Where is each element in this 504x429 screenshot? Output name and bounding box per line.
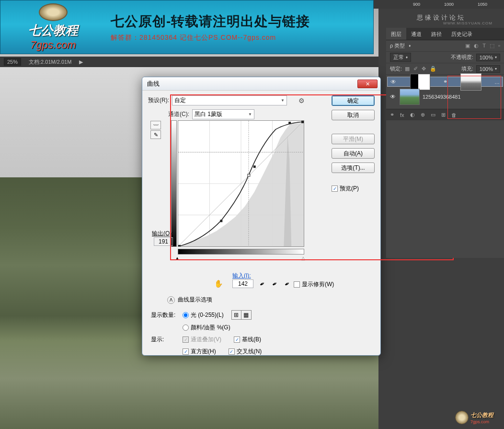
watermark-url: 7gps.com <box>470 419 493 424</box>
tab-history[interactable]: 历史记录 <box>447 28 477 40</box>
filter-pixel-icon[interactable]: ▣ <box>465 43 470 49</box>
opacity-input[interactable]: 100%▾ <box>476 54 500 61</box>
banner-logo: 七公教程 7gps.com <box>5 3 101 51</box>
banner-main-text: 七公原创-转载请注明出处与链接 <box>111 12 368 31</box>
preview-checkbox[interactable]: ✓预览(P) <box>332 185 375 193</box>
lock-position-icon[interactable]: ✥ <box>422 66 426 72</box>
watermark-icon <box>455 411 469 424</box>
logo-title: 七公教程 <box>28 22 78 39</box>
histogram-checkbox[interactable]: ✓ 直方图(H) <box>183 348 216 356</box>
show-label: 显示: <box>151 336 180 344</box>
fill-input[interactable]: 100%▾ <box>476 65 500 73</box>
grid-size-toggle[interactable]: ⊞▦ <box>231 310 252 320</box>
group-icon[interactable]: ▭ <box>431 112 435 118</box>
logo-character-icon <box>39 3 68 21</box>
doc-size-info: 文档:2.01M/2.01M <box>29 58 71 66</box>
lock-all-icon[interactable]: 🔒 <box>430 66 436 72</box>
filter-adjust-icon[interactable]: ◐ <box>474 43 479 49</box>
channel-label: 通道(C): <box>168 110 189 118</box>
layer-name: 1256349368481 <box>423 94 461 100</box>
output-gradient <box>171 120 177 247</box>
display-options-label: 曲线显示选项 <box>178 296 212 304</box>
pencil-tool-icon[interactable]: ✎ <box>150 130 161 139</box>
collapse-options-icon[interactable]: ⴷ <box>167 296 175 304</box>
tab-paths[interactable]: 路径 <box>426 28 447 40</box>
fx-icon[interactable]: fx <box>400 112 404 118</box>
watermark-corner: 七公教程 7gps.com <box>455 409 501 426</box>
hand-tool-icon[interactable]: ✋ <box>214 279 223 288</box>
trash-icon[interactable]: 🗑 <box>451 112 457 118</box>
curve-tool-icon[interactable]: 〰 <box>150 121 161 129</box>
auto-button[interactable]: 自动(A) <box>332 148 375 159</box>
filter-shape-icon[interactable]: ⬚ <box>490 43 494 49</box>
input-value-input[interactable]: 142 <box>232 279 253 288</box>
svg-rect-8 <box>178 245 181 246</box>
watermark-title: 七公教程 <box>470 411 493 419</box>
adjustment-icon[interactable]: ⊕ <box>421 112 425 118</box>
curves-dialog: 曲线 ✕ 预设(R): 自定▼ ⚙ 通道(C): 黑白 1蒙版▼ 确定 取消 平… <box>142 77 381 356</box>
link-layers-icon[interactable]: ⚭ <box>390 112 394 118</box>
options-button[interactable]: 选项(T)... <box>332 162 375 173</box>
lock-label: 锁定: <box>390 65 402 72</box>
dialog-title: 曲线 <box>147 80 160 88</box>
layer-thumb[interactable] <box>400 89 420 105</box>
histogram-svg <box>178 121 304 246</box>
layer-background-image[interactable]: 👁 1256349368481 <box>387 87 503 107</box>
visibility-toggle-icon[interactable]: 👁 <box>390 93 397 100</box>
eyedropper-black-icon[interactable]: ✒ <box>256 278 268 290</box>
channel-overlay-checkbox[interactable]: ✓ 通道叠加(V) <box>183 336 221 344</box>
curve-graph[interactable] <box>178 120 304 247</box>
preset-select[interactable]: 自定▼ <box>172 95 287 105</box>
output-value-input[interactable]: 191 <box>154 237 173 246</box>
pigment-radio[interactable]: 颜料/油墨 %(G) <box>183 324 230 332</box>
lock-pixels-icon[interactable]: ✐ <box>413 66 418 72</box>
input-label: 输入(I): <box>232 272 251 280</box>
document-status-bar: 25% 文档:2.01M/2.01M ▶ <box>0 57 378 67</box>
filter-type-icon[interactable]: T <box>482 43 486 49</box>
banner-sub-text: 解答群：281450364 记住七公PS.COM--7gps.com <box>111 34 368 42</box>
svg-rect-9 <box>220 220 222 222</box>
opacity-label: 不透明度: <box>451 54 473 61</box>
layers-footer: ⚭ fx ◐ ⊕ ▭ ⊞ 🗑 <box>386 109 504 120</box>
svg-rect-13 <box>301 121 304 123</box>
ok-button[interactable]: 确定 <box>332 95 375 106</box>
output-label: 输出(O): <box>152 230 173 238</box>
channel-select[interactable]: 黑白 1蒙版▼ <box>192 109 254 119</box>
layer-bw-adjustment[interactable]: 👁 ⚭ … <box>387 77 503 87</box>
filter-label: ρ 类型 <box>390 42 405 49</box>
fill-label: 填充: <box>461 65 473 72</box>
svg-rect-12 <box>288 122 291 124</box>
amount-label: 显示数量: <box>151 311 180 319</box>
new-layer-icon[interactable]: ⊞ <box>441 112 446 118</box>
forum-url: WWW.MISSYUAN.COM <box>443 21 493 25</box>
lock-transparent-icon[interactable]: ▩ <box>405 66 410 72</box>
layer-menu-icon[interactable]: … <box>494 79 500 85</box>
baseline-checkbox[interactable]: ✓ 基线(B) <box>234 336 261 344</box>
light-radio[interactable]: 光 (0-255)(L) <box>183 311 224 319</box>
cancel-button[interactable]: 取消 <box>332 110 375 120</box>
preset-label: 预设(R): <box>148 96 169 104</box>
eyedropper-white-icon[interactable]: ✒ <box>281 278 293 290</box>
visibility-toggle-icon[interactable]: 👁 <box>390 79 397 85</box>
smooth-button[interactable]: 平滑(M) <box>332 134 375 144</box>
adjustment-thumb[interactable] <box>410 74 430 90</box>
layer-mask-thumb[interactable] <box>460 73 481 91</box>
dialog-titlebar[interactable]: 曲线 ✕ <box>142 77 380 91</box>
intersection-checkbox[interactable]: ✓ 交叉线(N) <box>229 348 262 356</box>
zoom-level[interactable]: 25% <box>4 58 21 66</box>
mask-icon[interactable]: ◐ <box>410 112 415 118</box>
layers-panel: 图层 通道 路径 历史记录 ρ 类型 ♦ ▣ ◐ T ⬚ ▫ 正常♦ 不透明度:… <box>386 28 504 258</box>
tab-layers[interactable]: 图层 <box>386 28 406 40</box>
gear-icon[interactable]: ⚙ <box>298 97 305 104</box>
input-gradient <box>178 249 304 255</box>
tab-channels[interactable]: 通道 <box>406 28 426 40</box>
statusbar-arrow-icon[interactable]: ▶ <box>79 59 83 65</box>
filter-smart-icon[interactable]: ▫ <box>498 43 500 49</box>
blend-mode-select[interactable]: 正常♦ <box>390 53 411 62</box>
show-clipping-checkbox[interactable]: 显示修剪(W) <box>294 280 334 289</box>
logo-url: 7gps.com <box>30 39 76 51</box>
tutorial-banner: 七公教程 7gps.com 七公原创-转载请注明出处与链接 解答群：281450… <box>0 0 374 54</box>
eyedropper-gray-icon[interactable]: ✒ <box>268 278 281 290</box>
link-icon[interactable]: ⚭ <box>443 79 447 85</box>
dialog-close-button[interactable]: ✕ <box>357 80 378 88</box>
